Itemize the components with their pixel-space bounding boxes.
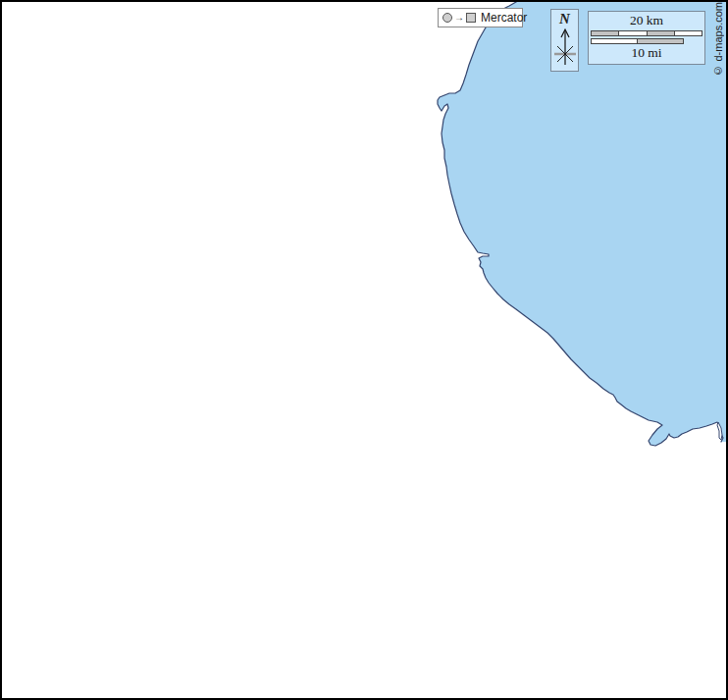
scale-km-segment [674, 31, 702, 35]
copyright-text: © d-maps.com [710, 6, 726, 73]
water-area [438, 0, 728, 446]
globe-circle-icon [442, 13, 452, 23]
scale-km-label: 20 km [589, 12, 704, 28]
copyright-label: © d-maps.com [712, 2, 724, 77]
projection-legend: → Mercator [438, 8, 523, 27]
scale-km-segment [647, 31, 674, 35]
scale-bar-km [591, 30, 702, 36]
projection-label: Mercator [481, 11, 527, 25]
scale-mi-label: 10 mi [589, 44, 704, 61]
projected-square-icon [466, 13, 476, 23]
map-canvas: → Mercator N 20 km 10 mi © d-maps.com [0, 0, 728, 700]
north-label: N [559, 11, 570, 27]
scale-mi-segment [592, 39, 637, 43]
scale-mi-segment [637, 39, 683, 43]
compass-rose-icon [552, 27, 578, 69]
scale-panel: 20 km 10 mi [588, 11, 705, 65]
arrow-right-icon: → [454, 13, 464, 23]
scale-km-segment [592, 31, 618, 35]
scale-km-segment [618, 31, 646, 35]
compass-panel: N [550, 9, 579, 72]
coastline-map-svg [0, 0, 728, 700]
